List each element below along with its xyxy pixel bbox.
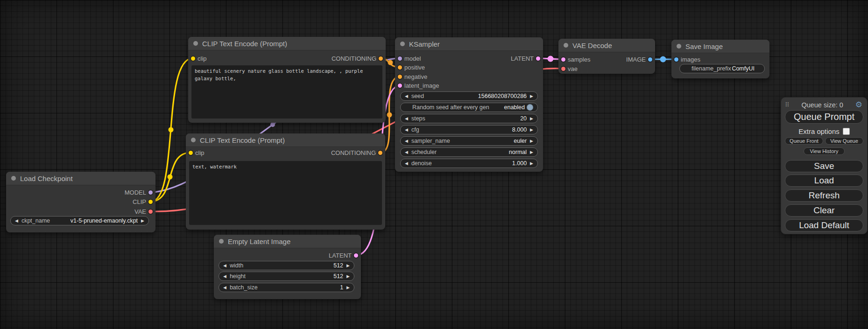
input-slot-latent-image[interactable]: latent_image [395,81,439,90]
next-arrow-icon[interactable]: ▶ [530,150,533,154]
conditioning-port-icon[interactable] [378,151,382,155]
prev-arrow-icon[interactable]: ◀ [15,219,18,223]
next-arrow-icon[interactable]: ▶ [346,286,350,290]
extra-options-checkbox[interactable] [843,128,850,135]
queue-front-button[interactable]: Queue Front [785,137,823,145]
node-vae-decode[interactable]: VAE Decode samples IMAGE vae [558,39,655,74]
input-slot-clip[interactable]: clip [188,54,207,63]
model-port-icon[interactable] [398,56,402,61]
latent-port-icon[interactable] [561,57,565,62]
next-arrow-icon[interactable]: ▶ [530,128,533,132]
output-slot-latent[interactable]: LATENT [511,54,543,63]
model-port-icon[interactable] [148,190,153,195]
prev-arrow-icon[interactable]: ◀ [405,117,408,121]
prev-arrow-icon[interactable]: ◀ [405,139,408,143]
next-arrow-icon[interactable]: ▶ [346,264,350,268]
load-default-button[interactable]: Load Default [785,219,863,231]
node-save-image[interactable]: Save Image images filename_prefix ComfyU… [671,40,769,78]
node-title-bar[interactable]: CLIP Text Encode (Prompt) [186,133,385,147]
next-arrow-icon[interactable]: ▶ [530,117,533,121]
prev-arrow-icon[interactable]: ◀ [223,264,226,268]
prev-arrow-icon[interactable]: ◀ [223,286,226,290]
next-arrow-icon[interactable]: ▶ [141,219,144,223]
next-arrow-icon[interactable]: ▶ [530,94,533,98]
refresh-button[interactable]: Refresh [785,189,863,202]
input-slot-negative[interactable]: negative [395,72,427,81]
view-queue-button[interactable]: View Queue [825,137,863,145]
node-title-bar[interactable]: VAE Decode [558,39,655,52]
node-title-bar[interactable]: Save Image [671,40,769,53]
batch-size-widget[interactable]: ◀ batch_size 1 ▶ [219,283,354,292]
collapse-dot-icon[interactable] [219,239,224,244]
width-widget[interactable]: ◀ width 512 ▶ [219,261,354,270]
prev-arrow-icon[interactable]: ◀ [405,150,408,154]
image-port-icon[interactable] [648,57,652,62]
settings-gear-icon[interactable]: ⚙ [855,101,862,109]
input-slot-clip[interactable]: clip [186,148,205,157]
output-slot-clip[interactable]: CLIP [133,197,155,206]
collapse-dot-icon[interactable] [191,138,196,142]
steps-widget[interactable]: ◀ steps 20 ▶ [400,114,538,123]
collapse-dot-icon[interactable] [193,41,198,46]
prev-arrow-icon[interactable]: ◀ [223,274,226,279]
output-slot-model[interactable]: MODEL [125,188,155,196]
save-button[interactable]: Save [785,160,863,172]
input-slot-vae[interactable]: vae [558,64,578,73]
height-widget[interactable]: ◀ height 512 ▶ [219,272,354,281]
scheduler-widget[interactable]: ◀ scheduler normal ▶ [400,147,538,157]
next-arrow-icon[interactable]: ▶ [530,139,533,143]
output-slot-conditioning[interactable]: CONDITIONING [332,54,386,63]
node-title-bar[interactable]: Empty Latent Image [214,235,361,248]
conditioning-port-icon[interactable] [398,75,402,79]
positive-prompt-textarea[interactable]: beautiful scenery nature glass bottle la… [191,65,382,119]
collapse-dot-icon[interactable] [400,42,405,46]
node-title-bar[interactable]: KSampler [395,37,543,51]
prev-arrow-icon[interactable]: ◀ [405,94,408,98]
latent-port-icon[interactable] [398,84,402,88]
input-slot-images[interactable]: images [671,55,700,63]
clip-port-icon[interactable] [189,151,193,155]
random-seed-toggle-widget[interactable]: Random seed after every gen enabled [400,103,538,112]
negative-prompt-textarea[interactable]: text, watermark [189,161,382,225]
node-graph-canvas[interactable]: Load Checkpoint MODEL CLIP VAE ◀ ckpt_na… [0,0,868,329]
sampler-name-widget[interactable]: ◀ sampler_name euler ▶ [400,136,538,146]
prev-arrow-icon[interactable]: ◀ [405,161,408,166]
output-slot-image[interactable]: IMAGE [626,55,655,63]
input-slot-samples[interactable]: samples [558,55,590,63]
clip-port-icon[interactable] [191,56,195,61]
vae-port-icon[interactable] [561,67,565,71]
prev-arrow-icon[interactable]: ◀ [405,128,408,132]
load-button[interactable]: Load [785,175,863,187]
clear-button[interactable]: Clear [785,204,863,217]
output-slot-vae[interactable]: VAE [134,207,155,216]
node-clip-text-encode-positive[interactable]: CLIP Text Encode (Prompt) clip CONDITION… [188,37,386,123]
filename-prefix-widget[interactable]: filename_prefix ComfyUI [679,64,765,73]
seed-widget[interactable]: ◀ seed 156680208700286 ▶ [400,91,538,101]
collapse-dot-icon[interactable] [11,176,16,181]
denoise-widget[interactable]: ◀ denoise 1.000 ▶ [400,159,538,168]
ckpt-name-widget[interactable]: ◀ ckpt_name v1-5-pruned-emaonly.ckpt ▶ [10,216,149,225]
latent-port-icon[interactable] [536,56,540,61]
conditioning-port-icon[interactable] [379,56,383,61]
next-arrow-icon[interactable]: ▶ [530,161,533,166]
input-slot-positive[interactable]: positive [395,63,425,71]
image-port-icon[interactable] [674,57,678,62]
output-slot-latent[interactable]: LATENT [329,251,361,259]
output-slot-conditioning[interactable]: CONDITIONING [331,148,385,157]
queue-prompt-button[interactable]: Queue Prompt [785,110,863,124]
collapse-dot-icon[interactable] [564,43,568,48]
collapse-dot-icon[interactable] [677,44,681,49]
node-ksampler[interactable]: KSampler model LATENT positive negative … [395,37,543,172]
conditioning-port-icon[interactable] [398,65,402,70]
vae-port-icon[interactable] [148,210,153,214]
view-history-button[interactable]: View History [804,147,845,155]
clip-port-icon[interactable] [148,200,153,204]
node-load-checkpoint[interactable]: Load Checkpoint MODEL CLIP VAE ◀ ckpt_na… [6,172,155,232]
toggle-knob-icon[interactable] [527,104,533,111]
latent-port-icon[interactable] [354,253,358,258]
drag-handle-icon[interactable]: ⠿ [785,101,790,108]
node-title-bar[interactable]: CLIP Text Encode (Prompt) [188,37,386,50]
node-title-bar[interactable]: Load Checkpoint [6,172,155,185]
next-arrow-icon[interactable]: ▶ [346,274,350,279]
node-empty-latent-image[interactable]: Empty Latent Image LATENT ◀ width 512 ▶ … [214,235,361,299]
